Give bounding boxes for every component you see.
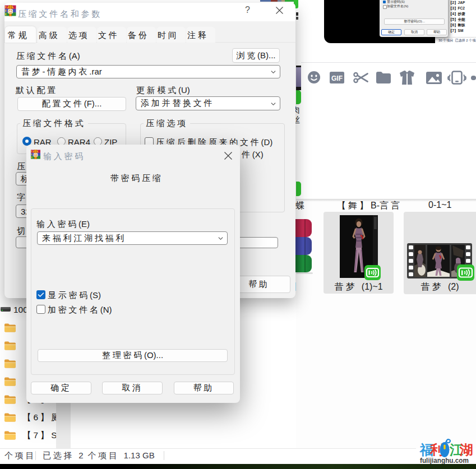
svg-text:fulijianghu.com: fulijianghu.com bbox=[420, 456, 469, 464]
svg-text:GIF: GIF bbox=[331, 75, 343, 82]
svg-text:湖: 湖 bbox=[459, 442, 473, 457]
